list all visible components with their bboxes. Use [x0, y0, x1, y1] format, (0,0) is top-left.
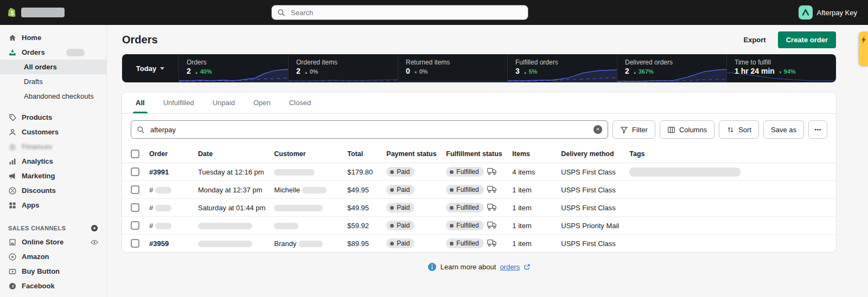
metric-label: Returned items — [406, 59, 500, 66]
home-icon — [8, 33, 17, 42]
export-button[interactable]: Export — [739, 33, 770, 47]
delivery-method: USPS First Class — [557, 181, 625, 199]
date-range-dropdown[interactable]: Today — [122, 54, 179, 82]
payment-status-badge: Paid — [386, 167, 414, 177]
global-search[interactable] — [271, 5, 528, 20]
tab-unpaid[interactable]: Unpaid — [203, 92, 244, 113]
metric-delta: ▲40% — [195, 68, 212, 75]
orders-help-link[interactable]: orders — [500, 263, 520, 271]
svg-text:a: a — [11, 254, 14, 259]
metric-value: 2 — [625, 67, 629, 75]
online-store-icon — [8, 237, 17, 247]
table-row[interactable]: # Monday at 12:37 pm Michelle $49.95 Pai… — [122, 181, 836, 199]
table-row[interactable]: # $59.92 Paid Fulfilled 1 item USPS Prio… — [122, 217, 836, 235]
sidebar-item-marketing[interactable]: Marketing — [0, 169, 106, 183]
metric-fulfilled-orders[interactable]: Fulfilled orders 3 ▲5% — [508, 54, 617, 82]
sidebar-item-label: Amazon — [22, 253, 49, 261]
order-number-link[interactable]: # — [149, 186, 153, 194]
ellipsis-icon: ⋯ — [814, 126, 821, 134]
sidebar-item-orders[interactable]: Orders — [0, 45, 106, 60]
fulfillment-status-badge: Fulfilled — [446, 185, 483, 195]
lightning-bolt-icon — [861, 36, 866, 44]
sidebar-item-amazon[interactable]: a Amazon — [0, 249, 106, 264]
row-checkbox[interactable] — [131, 167, 139, 176]
tab-unfulfilled[interactable]: Unfulfilled — [154, 92, 203, 113]
analytics-icon — [8, 157, 17, 166]
metric-label: Orders — [187, 59, 280, 66]
table-row[interactable]: #3959 Brandy $89.95 Paid Fulfilled 1 ite… — [122, 235, 836, 253]
metric-delta: ▼94% — [778, 68, 796, 75]
metric-orders[interactable]: Orders 2 ▲40% — [179, 54, 289, 82]
sidebar-item-label: Home — [22, 34, 41, 42]
table-row[interactable]: # Saturday at 01:44 pm $49.95 Paid Fulfi… — [122, 199, 836, 217]
filter-button[interactable]: Filter — [612, 120, 655, 139]
order-number-link[interactable]: # — [149, 222, 153, 230]
fulfillment-status-badge: Fulfilled — [446, 203, 483, 212]
metric-time-to-fulfill[interactable]: Time to fulfill 1 hr 24 min ▼94% — [727, 54, 836, 82]
metric-value: 2 — [187, 67, 191, 75]
metric-returned-items[interactable]: Returned items 0 ▼0% — [398, 54, 508, 82]
afterpay-icon — [799, 5, 813, 20]
page-title: Orders — [122, 34, 158, 46]
order-number-link[interactable]: #3991 — [149, 168, 169, 176]
order-items: 1 item — [508, 199, 557, 217]
payment-status-badge: Paid — [386, 185, 414, 195]
select-all-checkbox[interactable] — [131, 150, 139, 158]
create-order-button[interactable]: Create order — [778, 31, 836, 48]
tab-open[interactable]: Open — [244, 92, 280, 113]
table-row[interactable]: #3991 Tuesday at 12:16 pm $179.80 Paid F… — [122, 163, 836, 181]
sidebar-item-customers[interactable]: Customers — [0, 125, 106, 139]
metric-delivered-orders[interactable]: Delivered orders 2 ▲367% — [617, 54, 727, 82]
row-checkbox[interactable] — [131, 185, 139, 194]
more-actions-button[interactable]: ⋯ — [808, 120, 827, 139]
row-checkbox[interactable] — [131, 203, 139, 212]
row-checkbox[interactable] — [131, 221, 139, 230]
customer-name: Michelle — [274, 186, 300, 194]
order-date: Saturday at 01:44 pm — [194, 199, 270, 217]
sidebar-item-online-store[interactable]: Online Store — [0, 235, 106, 249]
metric-delta: ▼0% — [414, 68, 428, 75]
sidebar-item-label: Products — [22, 113, 52, 121]
sidebar-item-discounts[interactable]: Discounts — [0, 183, 106, 198]
tab-closed[interactable]: Closed — [280, 92, 320, 113]
sidebar-item-home[interactable]: Home — [0, 30, 106, 45]
save-as-button[interactable]: Save as — [763, 120, 804, 139]
amazon-icon: a — [8, 252, 17, 261]
add-sales-channel-button[interactable] — [90, 224, 99, 233]
tab-all[interactable]: All — [126, 92, 154, 113]
view-online-store-eye-icon[interactable] — [90, 238, 99, 247]
sidebar-item-products[interactable]: Products — [0, 110, 106, 125]
sidebar-item-abandoned-checkouts[interactable]: Abandoned checkouts — [0, 89, 106, 104]
lightning-widget[interactable] — [859, 31, 868, 66]
delivery-method: USPS First Class — [557, 163, 625, 181]
sidebar-item-drafts[interactable]: Drafts — [0, 74, 106, 89]
orders-search-box[interactable]: × — [131, 120, 608, 139]
global-search-input[interactable] — [290, 8, 522, 17]
sidebar-item-buy-button[interactable]: Buy Button — [0, 264, 106, 279]
sidebar-item-all-orders[interactable]: All orders — [0, 60, 106, 74]
sidebar-item-finances[interactable]: Finances — [0, 139, 106, 154]
discounts-icon — [8, 186, 17, 195]
metric-value: 3 — [515, 67, 520, 75]
customer-name-redacted — [298, 241, 323, 247]
sidebar-item-apps[interactable]: Apps — [0, 198, 106, 212]
row-checkbox[interactable] — [131, 239, 139, 248]
order-date-redacted — [198, 223, 252, 229]
buy-button-icon — [8, 267, 17, 276]
afterpay-key-button[interactable]: Afterpay Key — [799, 5, 857, 20]
metric-ordered-items[interactable]: Ordered items 2 ▲0% — [289, 54, 398, 82]
sidebar-item-facebook[interactable]: f Facebook — [0, 279, 106, 293]
sidebar-item-label: Discounts — [22, 186, 56, 195]
sidebar-item-analytics[interactable]: Analytics — [0, 154, 106, 169]
status-dot-icon — [390, 224, 394, 228]
apps-icon — [8, 201, 17, 210]
sort-button[interactable]: Sort — [719, 120, 759, 139]
columns-button[interactable]: Columns — [660, 120, 714, 139]
footer-text: Learn more about — [441, 263, 496, 271]
brand[interactable]: S — [8, 8, 138, 18]
clear-search-icon[interactable]: × — [593, 125, 602, 134]
order-number-link[interactable]: #3959 — [149, 240, 169, 248]
orders-search-input[interactable] — [149, 125, 589, 134]
order-number-link[interactable]: # — [149, 204, 153, 212]
customer-name-redacted — [302, 187, 327, 193]
